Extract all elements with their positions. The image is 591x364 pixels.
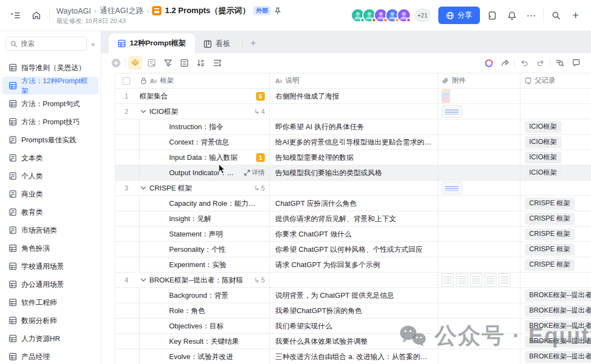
attachment-cell[interactable] [438,242,520,257]
parent-record-cell[interactable] [520,104,591,119]
table-row[interactable]: Role：角色 我希望ChatGPT扮演的角色 BROKE框架--提出者 [115,303,591,319]
comment-icon[interactable] [569,56,583,70]
row-height-icon[interactable] [210,56,224,70]
table-row[interactable]: Insight：见解 提供你请求的背后见解、背景和上下文 CRISPE 框架 [115,211,591,227]
parent-record-cell[interactable]: CRISPE 框架 [520,227,591,241]
hide-fields-icon[interactable] [144,56,159,70]
column-header-parent-record[interactable]: 父记录 [520,73,591,88]
notifications-bell-icon[interactable] [504,8,519,23]
attachment-cell[interactable] [438,89,520,103]
description-cell[interactable]: 我希望ChatGPT扮演的角色 [275,306,362,316]
table-row[interactable]: Objectives：目标 我们希望实现什么 BROKE框架--提出者 [115,319,591,334]
parent-record-tag[interactable]: ICIO框架 [525,136,561,148]
parent-record-cell[interactable]: ICIO框架 [520,135,591,149]
record-title[interactable]: Objectives：目标 [169,321,224,331]
pin-icon[interactable] [274,7,281,15]
attachment-thumbnail[interactable] [442,182,462,194]
parent-record-cell[interactable]: ICIO框架 [520,119,591,134]
attachment-thumbnail[interactable] [456,273,468,287]
sort-icon[interactable] [194,56,208,70]
table-row[interactable]: Key Result：关键结果 我要什么具体效果试验并调整 BROKE框架--提… [115,334,591,349]
tab-kanban-view[interactable]: 看板 [195,34,239,53]
sidebar-table-item[interactable]: 商业类 [2,185,99,203]
parent-record-tag[interactable]: ICIO框架 [525,167,561,179]
attachment-cell[interactable] [438,303,520,318]
record-title[interactable]: Key Result：关键结果 [169,337,239,346]
table-row[interactable]: 3 CRISPE 框架 ↳ 5 [115,181,591,196]
parent-record-tag[interactable]: ICIO框架 [525,121,561,133]
attachment-cell[interactable] [438,165,520,180]
chevron-down-icon[interactable] [140,278,147,282]
parent-record-tag[interactable]: CRISPE 框架 [525,228,575,240]
parent-record-cell[interactable]: CRISPE 框架 [520,257,591,272]
home-icon[interactable] [28,8,44,23]
search-icon[interactable] [548,8,564,23]
parent-record-tag[interactable]: CRISPE 框架 [525,259,575,271]
attachment-cell[interactable] [438,288,520,303]
automation-icon[interactable] [482,56,496,70]
table-row[interactable]: Capacity and Role：能力和角色 ChatGPT 应扮演什么角色 … [115,196,591,211]
table-row[interactable]: Statement：声明 你要求 ChatGPT 做什么 CRISPE 框架 [115,227,591,242]
table-row[interactable]: Personality：个性 你希望 ChatGPT 以何种风格、个性或方式回应… [115,242,591,257]
attachment-thumbnail[interactable] [442,105,462,118]
table-row[interactable]: Experiment：实验 请求 ChatGPT 为你回复多个示例 CRISPE… [115,257,591,273]
record-title[interactable]: Output Indicator：输出引导 [169,168,240,178]
description-cell[interactable]: 右侧附件做成了海报 [275,91,339,101]
sidebar-table-item[interactable]: 软件工程师 [2,293,99,311]
description-cell[interactable]: 三种改进方法自由组合 a. 改进输入：从答案的不足之处... [275,352,432,362]
document-title[interactable]: 1.2 Prompts（提示词） [165,5,250,16]
parent-record-tag[interactable]: BROKE框架--提出者 [525,290,591,302]
description-cell[interactable]: 请求 ChatGPT 为你回复多个示例 [275,260,380,270]
parent-record-tag[interactable]: BROKE框架--提出者 [525,320,591,332]
breadcrumb-root[interactable]: WaytoAGI [56,7,91,15]
parent-record-cell[interactable]: BROKE框架--提出者 [520,303,591,318]
attachment-cell[interactable] [438,150,520,165]
record-title[interactable]: ICIO框架 [149,107,178,117]
expand-record-button[interactable]: 详情 [244,168,265,177]
table-row[interactable]: Input Data：输入数据 1 告知模型需要处理的数据 ICIO框架 [115,150,591,165]
table-row[interactable]: Output Indicator：输出引导 详情 告知模型我们要输出的类型或风格… [115,165,591,181]
attachment-thumbnail[interactable] [484,273,496,287]
sidebar-table-item[interactable]: 产品经理 [2,348,99,364]
record-title[interactable]: Insight：见解 [169,214,211,224]
sidebar-search-input[interactable] [5,37,87,51]
record-title[interactable]: BROKE框架--提出者：陈财猫 [149,275,243,285]
parent-record-cell[interactable]: BROKE框架--提出者 [520,349,591,364]
collapse-sidebar-icon[interactable]: « [91,40,95,48]
sidebar-table-item[interactable]: 方法：Prompt句式 [2,95,99,113]
table-row[interactable]: Context：背景信息 给AI更多的背景信息引导模型做出更贴合需求的回复 IC… [115,135,591,150]
record-title[interactable]: 框架集合 [140,91,168,101]
record-title[interactable]: Capacity and Role：能力和角色 [169,199,263,209]
sidebar-table-item[interactable]: 市场营销类 [2,221,99,239]
group-icon[interactable] [177,56,192,70]
table-row[interactable]: Background：背景 说明背景，为 ChatGPT 提供充足信息 BROK… [115,288,591,303]
parent-record-cell[interactable]: BROKE框架--提出者 [520,288,591,303]
tab-grid-view[interactable]: 12种Prompt框架 [109,33,195,53]
sidebar-table-item[interactable]: 办公通用场景 [2,275,99,293]
attachment-thumbnail[interactable] [442,273,454,287]
field-settings-icon[interactable] [128,56,142,70]
description-cell[interactable]: 我要什么具体效果试验并调整 [275,337,368,346]
add-record-button[interactable] [109,56,123,70]
filter-icon[interactable] [161,56,175,70]
record-title[interactable]: Personality：个性 [169,245,225,255]
table-row[interactable]: 4 BROKE框架--提出者：陈财猫 ↳ 5 [115,273,591,288]
chevron-down-icon[interactable] [140,109,147,113]
attachment-cell[interactable] [438,319,520,333]
undo-icon[interactable] [517,56,531,70]
record-title[interactable]: Input Data：输入数据 [169,153,237,163]
column-header-description[interactable]: A≡ 说明 [270,73,438,88]
parent-record-cell[interactable]: ICIO框架 [520,150,591,165]
select-all-checkbox[interactable] [123,77,130,85]
table-row[interactable]: 1 框架集合 6 右侧附件做成了海报 [115,89,591,104]
parent-record-tag[interactable]: CRISPE 框架 [525,213,575,225]
avatar[interactable] [397,8,411,22]
table-row[interactable]: Instruction：指令 即你希望 AI 执行的具体任务 ICIO框架 [115,119,591,135]
attachment-cell[interactable] [438,119,520,134]
sidebar-table-item[interactable]: 人力资源HR [2,330,99,348]
parent-record-tag[interactable]: BROKE框架--提出者 [525,351,591,363]
sidebar-table-item[interactable]: 数据分析师 [2,311,99,330]
description-cell[interactable]: 你要求 ChatGPT 做什么 [275,229,351,239]
record-title[interactable]: CRISPE 框架 [149,183,192,193]
add-view-button[interactable]: + [246,38,260,49]
